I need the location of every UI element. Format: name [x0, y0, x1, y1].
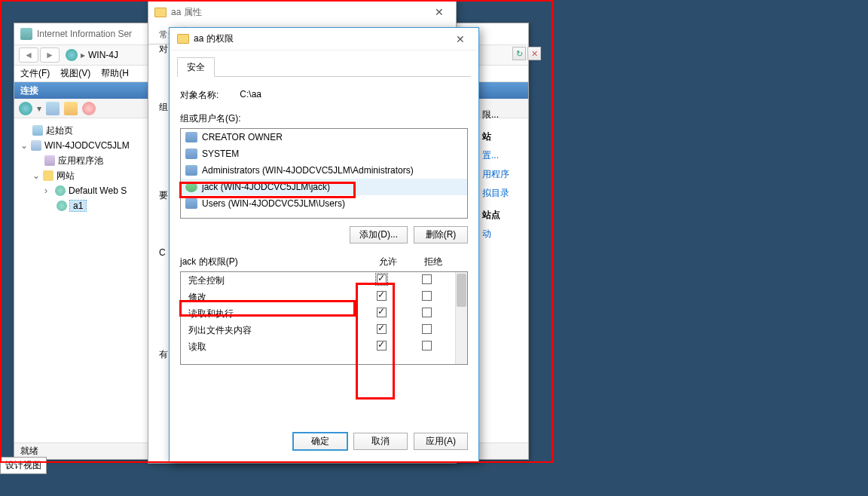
action-site2: 站点: [482, 203, 527, 225]
dropdown-arrow-icon[interactable]: ▾: [37, 103, 41, 114]
twist-icon[interactable]: ›: [44, 185, 52, 196]
permissions-header: jack 的权限(P) 允许 拒绝: [180, 256, 468, 268]
action-apps[interactable]: 用程序: [482, 165, 527, 184]
sites-icon: [43, 170, 53, 181]
list-item: Administrators (WIN-4JODCVC5JLM\Administ…: [181, 162, 467, 179]
iis-icon: [20, 28, 32, 40]
user-icon: [185, 182, 197, 192]
nav-forward-button[interactable]: ►: [40, 47, 60, 63]
allow-checkbox[interactable]: [377, 274, 387, 284]
server-icon: [31, 140, 41, 151]
close-button[interactable]: ✕: [450, 32, 471, 47]
deny-checkbox[interactable]: [422, 324, 432, 334]
folder-icon[interactable]: [64, 102, 78, 115]
nav-back-button[interactable]: ◄: [19, 47, 38, 63]
col-allow: 允许: [365, 256, 411, 268]
ok-button[interactable]: 确定: [293, 433, 347, 450]
site-icon: [55, 185, 66, 196]
group-icon: [185, 148, 197, 159]
perm-row: 读取和执行: [181, 305, 467, 322]
perm-row: 修改: [181, 289, 467, 305]
perm-row: 读取: [181, 338, 467, 355]
remove-button[interactable]: 删除(R): [414, 226, 468, 243]
perm-row: 完全控制: [181, 272, 467, 289]
stop-button[interactable]: ✕: [527, 47, 541, 60]
list-item: SYSTEM: [181, 145, 467, 162]
properties-body-edge: 对 组 要 C 有: [159, 43, 168, 361]
object-name-label: 对象名称:: [180, 89, 219, 102]
refresh-button[interactable]: ↻: [512, 47, 526, 60]
twist-icon[interactable]: ⌄: [20, 140, 28, 151]
menu-view[interactable]: 视图(V): [60, 67, 90, 80]
apply-button[interactable]: 应用(A): [414, 433, 468, 450]
dialog-buttons: 确定 取消 应用(A): [171, 427, 477, 456]
permissions-table: 完全控制 修改 读取和执行 列出文件夹内容 读取: [180, 271, 468, 365]
allow-checkbox[interactable]: [377, 324, 387, 334]
group-icon: [185, 198, 197, 209]
stop-icon[interactable]: [82, 102, 96, 115]
perm-row-cut: [181, 355, 467, 364]
permissions-tabs: 安全: [170, 57, 478, 76]
add-button[interactable]: 添加(D)...: [350, 226, 408, 243]
users-listbox[interactable]: CREATOR OWNER SYSTEM Administrators (WIN…: [180, 128, 468, 219]
close-button[interactable]: ✕: [429, 5, 450, 20]
group-users-label: 组或用户名(G):: [180, 112, 468, 125]
home-icon: [32, 125, 43, 136]
refresh-box: ↻ ✕: [512, 47, 541, 60]
permissions-window: aa 的权限 ✕ 安全 对象名称: C:\aa 组或用户名(G): CREATO…: [169, 27, 479, 463]
connect-icon[interactable]: [19, 102, 32, 115]
col-deny: 拒绝: [411, 256, 456, 268]
properties-titlebar: aa 属性 ✕: [148, 1, 456, 23]
save-icon[interactable]: [46, 102, 60, 115]
scrollbar[interactable]: [455, 272, 467, 364]
twist-icon[interactable]: ⌄: [32, 170, 40, 181]
object-name-value: C:\aa: [240, 89, 261, 102]
folder-icon: [154, 8, 167, 17]
perm-row: 列出文件夹内容: [181, 322, 467, 338]
group-icon: [185, 165, 197, 176]
menu-file[interactable]: 文件(F): [20, 67, 50, 80]
action-start[interactable]: 动: [482, 225, 527, 243]
permissions-titlebar: aa 的权限 ✕: [170, 28, 478, 51]
group-icon: [185, 132, 197, 142]
window-title: Internet Information Ser: [37, 29, 132, 39]
deny-checkbox[interactable]: [422, 274, 432, 284]
tab-security[interactable]: 安全: [177, 57, 215, 77]
cancel-button[interactable]: 取消: [353, 433, 408, 450]
actions-panel: 限... 站 置... 用程序 拟目录 站点 动: [482, 106, 527, 243]
folder-icon: [177, 34, 189, 44]
action-limit[interactable]: 限...: [482, 106, 527, 124]
action-vdir[interactable]: 拟目录: [482, 184, 527, 203]
list-item: CREATOR OWNER: [181, 129, 467, 145]
breadcrumb-sep: ▸: [81, 50, 85, 60]
list-item-selected: jack (WIN-4JODCVC5JLM\jack): [181, 179, 467, 195]
site-icon: [57, 201, 67, 211]
scrollbar-thumb[interactable]: [457, 274, 466, 307]
action-settings[interactable]: 置...: [482, 146, 527, 165]
allow-checkbox[interactable]: [377, 291, 387, 301]
action-site: 站: [482, 124, 527, 146]
deny-checkbox[interactable]: [422, 341, 432, 351]
deny-checkbox[interactable]: [422, 291, 432, 301]
breadcrumb[interactable]: WIN-4J: [88, 50, 118, 60]
apppool-icon: [44, 155, 55, 166]
allow-checkbox[interactable]: [377, 341, 387, 351]
design-view-label: 设计视图: [0, 457, 47, 474]
permissions-title: aa 的权限: [194, 32, 234, 45]
properties-title: aa 属性: [171, 6, 202, 19]
globe-icon: [66, 49, 78, 61]
permissions-for-label: jack 的权限(P): [180, 256, 365, 268]
allow-checkbox[interactable]: [377, 308, 387, 317]
menu-help[interactable]: 帮助(H: [101, 67, 129, 80]
permissions-body: 对象名称: C:\aa 组或用户名(G): CREATOR OWNER SYST…: [177, 76, 471, 368]
list-item: Users (WIN-4JODCVC5JLM\Users): [181, 195, 467, 212]
deny-checkbox[interactable]: [422, 308, 432, 317]
